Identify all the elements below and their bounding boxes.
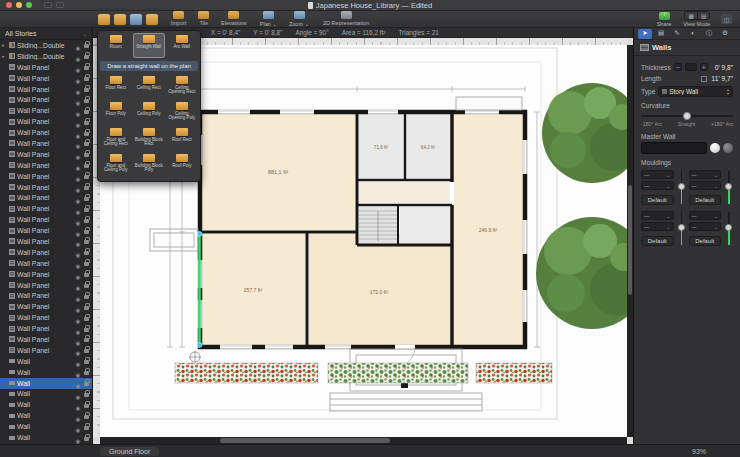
lock-icon[interactable]: [84, 208, 89, 212]
palette-tool[interactable]: Floor Rect: [100, 74, 132, 99]
wall-handle-end[interactable]: [197, 343, 202, 348]
moulding-size-select[interactable]: [689, 222, 722, 231]
vslider-knob[interactable]: [725, 224, 732, 231]
palette-tool[interactable]: Ceiling Opening Poly: [166, 100, 198, 125]
vslider-knob[interactable]: [725, 183, 732, 190]
moulding-profile-select[interactable]: [641, 170, 674, 179]
visibility-eye-icon[interactable]: [74, 429, 82, 444]
list-view-icon[interactable]: [697, 12, 709, 19]
palette-tool[interactable]: Building Block Poly: [133, 152, 165, 177]
toolbar-tool-icon[interactable]: [114, 14, 126, 25]
lock-icon[interactable]: [84, 55, 89, 59]
flower-bed-left[interactable]: [175, 363, 318, 383]
lock-icon[interactable]: [84, 251, 89, 255]
inspector-tab[interactable]: ▤: [654, 29, 668, 39]
object-list-item[interactable]: Wall: [0, 432, 92, 443]
stairs-floor[interactable]: [359, 207, 398, 243]
moulding-height-slider[interactable]: [677, 211, 686, 246]
palette-tool[interactable]: Floor and Ceiling Rect: [100, 126, 132, 151]
palette-tool[interactable]: Floor Poly: [100, 100, 132, 125]
toolbar-tool-icon[interactable]: [130, 14, 142, 25]
lock-icon[interactable]: [84, 121, 89, 125]
palette-tool[interactable]: Straight Wall: [133, 33, 165, 58]
lock-icon[interactable]: [84, 415, 89, 419]
bay-window[interactable]: [456, 97, 522, 110]
corridor[interactable]: [359, 182, 450, 203]
lock-icon[interactable]: [84, 66, 89, 70]
inspector-tab[interactable]: ◐: [686, 29, 700, 39]
toolbar-tool-icon[interactable]: [98, 14, 110, 25]
tab-overview-icon[interactable]: [56, 2, 64, 8]
lock-icon[interactable]: [84, 197, 89, 201]
thickness-increment-button[interactable]: +: [700, 63, 708, 71]
moulding-default-button[interactable]: Default: [641, 195, 674, 205]
minimize-button[interactable]: [16, 2, 22, 8]
moulding-height-slider[interactable]: [677, 170, 686, 205]
grid-view-icon[interactable]: [685, 12, 697, 19]
lock-icon[interactable]: [84, 88, 89, 92]
palette-tool[interactable]: Ceiling Poly: [133, 100, 165, 125]
moulding-default-button[interactable]: Default: [689, 236, 722, 246]
moulding-profile-select[interactable]: [689, 170, 722, 179]
lock-icon[interactable]: [84, 110, 89, 114]
flower-beds[interactable]: [175, 363, 552, 383]
toolbar-item[interactable]: Tile: [198, 11, 209, 26]
palette-tool[interactable]: Roof Poly: [166, 152, 198, 177]
toolbar-item[interactable]: Zoom: [288, 11, 310, 27]
moulding-default-button[interactable]: Default: [641, 236, 674, 246]
view-mode-control[interactable]: View Mode: [682, 11, 712, 27]
thickness-decrement-button[interactable]: −: [674, 63, 682, 71]
lock-icon[interactable]: [84, 404, 89, 408]
lock-icon[interactable]: [84, 426, 89, 430]
toolbar-item[interactable]: Elevations: [220, 11, 248, 26]
disclosure-triangle-icon[interactable]: [2, 54, 7, 59]
horizontal-scroll-thumb[interactable]: [220, 438, 390, 443]
palette-tool[interactable]: Arc Wall: [166, 33, 198, 58]
thickness-field[interactable]: [685, 63, 697, 71]
sidebar-toggle-icon[interactable]: [44, 2, 52, 8]
fullscreen-button[interactable]: [26, 2, 32, 8]
lock-icon[interactable]: [84, 230, 89, 234]
lock-icon[interactable]: [84, 382, 89, 386]
wall-type-dropdown[interactable]: Story Wall ▴ ▾: [658, 86, 733, 97]
vertical-scroll-thumb[interactable]: [628, 185, 632, 295]
moulding-size-select[interactable]: [641, 222, 674, 231]
lock-icon[interactable]: [84, 393, 89, 397]
moulding-height-slider[interactable]: [724, 170, 733, 205]
palette-tool[interactable]: Roof Rect: [166, 126, 198, 151]
moulding-profile-select[interactable]: [689, 211, 722, 220]
lock-icon[interactable]: [84, 44, 89, 48]
inspector-tab[interactable]: ✎: [670, 29, 684, 39]
zoom-level[interactable]: 93%: [692, 448, 706, 455]
moulding-height-slider[interactable]: [724, 211, 733, 246]
stories-filter-dropdown[interactable]: All Stories ⌄: [0, 28, 92, 40]
disclosure-triangle-icon[interactable]: [2, 43, 7, 48]
panel-toggle-icon[interactable]: [721, 14, 732, 24]
lock-icon[interactable]: [84, 219, 89, 223]
room-closet[interactable]: [400, 207, 450, 243]
floor-tab[interactable]: Ground Floor: [100, 447, 159, 456]
moulding-size-select[interactable]: [641, 181, 674, 190]
lock-icon[interactable]: [84, 360, 89, 364]
toolbar-item[interactable]: Import: [170, 11, 187, 26]
lock-icon[interactable]: [84, 153, 89, 157]
inspector-tab[interactable]: ⚙: [718, 29, 732, 39]
lock-icon[interactable]: [84, 371, 89, 375]
inspector-tab[interactable]: ⓘ: [702, 29, 716, 39]
vslider-knob[interactable]: [678, 224, 685, 231]
inspector-tab[interactable]: ➤: [638, 29, 652, 39]
wall-handle-start[interactable]: [197, 232, 202, 237]
lock-icon[interactable]: [84, 175, 89, 179]
lock-icon[interactable]: [84, 262, 89, 266]
lock-icon[interactable]: [84, 240, 89, 244]
hedge-bed-center[interactable]: [328, 363, 468, 383]
lock-icon[interactable]: [84, 349, 89, 353]
palette-tool[interactable]: Floor and Ceiling Poly: [100, 152, 132, 177]
lock-icon[interactable]: [84, 132, 89, 136]
horizontal-scrollbar[interactable]: [100, 437, 627, 444]
lock-icon[interactable]: [84, 164, 89, 168]
lock-icon[interactable]: [84, 338, 89, 342]
lock-icon[interactable]: [84, 306, 89, 310]
palette-tool[interactable]: Building Block Rect: [133, 126, 165, 151]
curvature-slider[interactable]: [641, 111, 733, 121]
